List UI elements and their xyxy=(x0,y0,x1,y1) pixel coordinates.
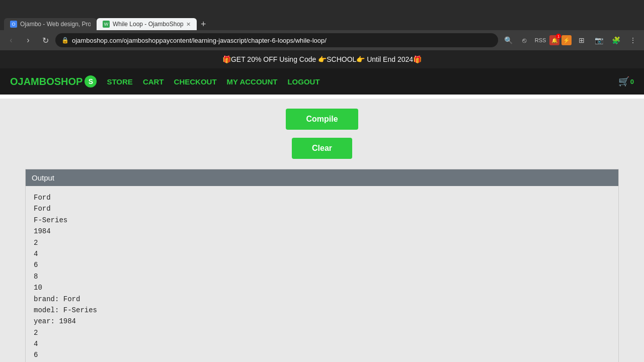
notification-badge: 1 xyxy=(556,34,561,39)
logo-s-icon: S xyxy=(85,75,97,87)
output-header: Output xyxy=(26,169,618,186)
browser-tab-active[interactable]: W While Loop - OjamboShop ✕ xyxy=(97,18,197,30)
tab-favicon-1: O xyxy=(10,21,17,28)
site-nav: OJAMBOSHOP S STORE CART CHECKOUT MY ACCO… xyxy=(0,68,644,95)
ext-red-label: 🔔 xyxy=(551,38,557,43)
cart-icon: 🛒 xyxy=(618,76,629,87)
cart-count: 0 xyxy=(630,78,634,85)
browser-tab-inactive[interactable]: O Ojambo - Web design, Progra... xyxy=(4,18,97,30)
cart-icon-link[interactable]: 🛒 0 xyxy=(618,76,634,87)
lock-icon: 🔒 xyxy=(61,37,69,44)
tab-label-1: Ojambo - Web design, Progra... xyxy=(20,21,91,28)
menu-btn[interactable]: ⋮ xyxy=(626,33,640,47)
output-line: brand: Ford xyxy=(34,294,610,305)
browser-chrome: O Ojambo - Web design, Progra... W While… xyxy=(0,0,644,50)
output-line: 10 xyxy=(34,282,610,293)
new-tab-button[interactable]: + xyxy=(197,18,210,30)
extension-orange[interactable]: ⚡ xyxy=(561,35,572,45)
toolbar-icons: 🔍 ⎋ RSS 🔔 1 ⚡ xyxy=(501,33,572,47)
tab-close-button[interactable]: ✕ xyxy=(186,21,191,28)
output-line: Ford xyxy=(34,203,610,214)
main-content: Compile Clear Output FordFordF-Series198… xyxy=(0,99,644,362)
promo-text: 🎁GET 20% OFF Using Code 👉SCHOOL👉 Until E… xyxy=(222,55,422,63)
browser-toolbar: ‹ › ↻ 🔒 🔍 ⎋ RSS 🔔 1 ⚡ ⊞ 📷 🧩 ⋮ xyxy=(0,30,644,50)
output-line: 4 xyxy=(34,338,610,349)
buttons-section: Compile Clear xyxy=(0,99,644,169)
output-line: 4 xyxy=(34,248,610,259)
page-content: 🎁GET 20% OFF Using Code 👉SCHOOL👉 Until E… xyxy=(0,50,644,362)
nav-logout[interactable]: LOGOUT xyxy=(287,77,319,86)
search-icon-btn[interactable]: 🔍 xyxy=(501,33,515,47)
reload-button[interactable]: ↻ xyxy=(38,33,52,47)
output-line: 1984 xyxy=(34,226,610,237)
tab-label-2: While Loop - OjamboShop xyxy=(113,21,183,28)
ext-orange-label: ⚡ xyxy=(563,37,570,44)
nav-store[interactable]: STORE xyxy=(107,77,132,86)
output-line: 8 xyxy=(34,271,610,282)
browser-titlebar xyxy=(0,0,644,16)
output-line: year: 1984 xyxy=(34,316,610,327)
tab-favicon-2: W xyxy=(103,21,110,28)
logo-text: OJAMBOSHOP xyxy=(10,76,83,87)
output-line: F-Series xyxy=(34,215,610,226)
extensions-btn[interactable]: 🧩 xyxy=(609,33,623,47)
screenshot-btn[interactable]: 📷 xyxy=(592,33,606,47)
rss-icon-btn[interactable]: RSS xyxy=(533,33,547,47)
nav-cart[interactable]: CART xyxy=(143,77,164,86)
output-line: 2 xyxy=(34,327,610,338)
forward-button[interactable]: › xyxy=(21,33,35,47)
nav-my-account[interactable]: MY ACCOUNT xyxy=(227,77,278,86)
nav-checkout[interactable]: CHECKOUT xyxy=(174,77,217,86)
back-button[interactable]: ‹ xyxy=(4,33,18,47)
output-line: 6 xyxy=(34,349,610,360)
share-icon-btn[interactable]: ⎋ xyxy=(517,33,531,47)
browser-tab-bar: O Ojambo - Web design, Progra... W While… xyxy=(0,16,644,30)
site-logo[interactable]: OJAMBOSHOP S xyxy=(10,75,97,87)
url-input[interactable] xyxy=(72,37,492,44)
top-divider xyxy=(0,95,644,99)
output-line: model: F-Series xyxy=(34,305,610,316)
address-bar: 🔒 xyxy=(55,33,498,47)
output-line: Ford xyxy=(34,192,610,203)
output-section: Output FordFordF-Series1984246810brand: … xyxy=(25,169,619,362)
output-body: FordFordF-Series1984246810brand: Fordmod… xyxy=(26,186,618,362)
clear-button[interactable]: Clear xyxy=(292,138,352,159)
sidebar-toggle[interactable]: ⊞ xyxy=(575,33,589,47)
extension-red[interactable]: 🔔 1 xyxy=(549,35,559,45)
output-line: 2 xyxy=(34,237,610,248)
output-line: 6 xyxy=(34,259,610,270)
compile-button[interactable]: Compile xyxy=(286,109,358,130)
promo-banner: 🎁GET 20% OFF Using Code 👉SCHOOL👉 Until E… xyxy=(0,50,644,68)
